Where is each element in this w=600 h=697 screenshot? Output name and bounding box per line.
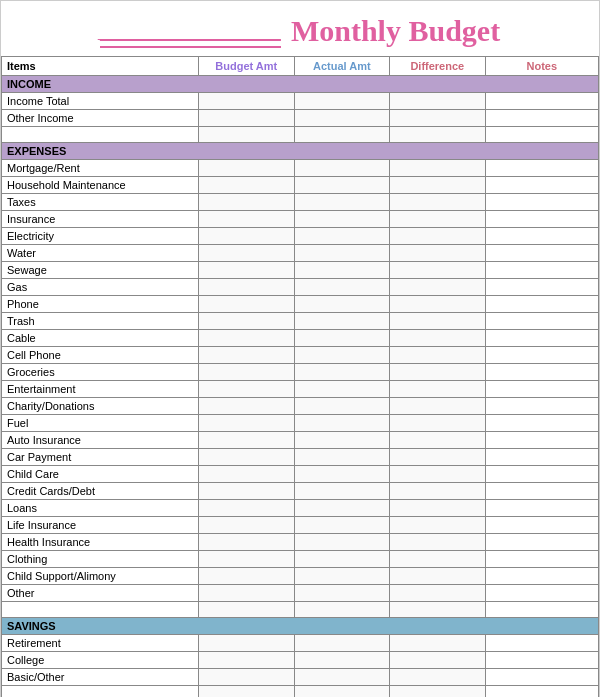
- income-total-diff[interactable]: [390, 93, 486, 110]
- table-row: Cable: [2, 330, 599, 347]
- income-label: INCOME: [2, 76, 599, 93]
- col-header-budget: Budget Amt: [199, 57, 295, 76]
- table-row: Cell Phone: [2, 347, 599, 364]
- expense-mortgage-label: Mortgage/Rent: [2, 160, 199, 177]
- other-income-label: Other Income: [2, 110, 199, 127]
- table-row: College: [2, 652, 599, 669]
- table-row: [2, 602, 599, 618]
- table-row: Gas: [2, 279, 599, 296]
- expense-cable-label: Cable: [2, 330, 199, 347]
- income-blank-budget[interactable]: [199, 127, 295, 143]
- savings-blank-label: [2, 686, 199, 698]
- page: ___________ Monthly Budget Items Budget …: [0, 0, 600, 697]
- expense-childsupport-label: Child Support/Alimony: [2, 568, 199, 585]
- table-row: [2, 686, 599, 698]
- expense-trash-label: Trash: [2, 313, 199, 330]
- expense-fuel-label: Fuel: [2, 415, 199, 432]
- table-row: Income Total: [2, 93, 599, 110]
- table-row: Loans: [2, 500, 599, 517]
- table-row: Credit Cards/Debt: [2, 483, 599, 500]
- expense-groceries-label: Groceries: [2, 364, 199, 381]
- col-header-difference: Difference: [390, 57, 486, 76]
- savings-college-label: College: [2, 652, 199, 669]
- page-title: Monthly Budget: [291, 14, 500, 48]
- table-row: Child Support/Alimony: [2, 568, 599, 585]
- table-row: Basic/Other: [2, 669, 599, 686]
- savings-basic-label: Basic/Other: [2, 669, 199, 686]
- other-income-budget[interactable]: [199, 110, 295, 127]
- expense-lifeinsurance-label: Life Insurance: [2, 517, 199, 534]
- column-headers: Items Budget Amt Actual Amt Difference N…: [2, 57, 599, 76]
- col-header-actual: Actual Amt: [294, 57, 390, 76]
- expense-healthinsurance-label: Health Insurance: [2, 534, 199, 551]
- header: ___________ Monthly Budget: [1, 1, 599, 56]
- table-row: Mortgage/Rent: [2, 160, 599, 177]
- expense-sewage-label: Sewage: [2, 262, 199, 279]
- savings-label: SAVINGS: [2, 618, 599, 635]
- expense-clothing-label: Clothing: [2, 551, 199, 568]
- expense-insurance-label: Insurance: [2, 211, 199, 228]
- table-row: Other: [2, 585, 599, 602]
- col-header-notes: Notes: [485, 57, 598, 76]
- table-row: Health Insurance: [2, 534, 599, 551]
- table-row: Entertainment: [2, 381, 599, 398]
- expenses-section-header: EXPENSES: [2, 143, 599, 160]
- expense-loans-label: Loans: [2, 500, 199, 517]
- table-row: Retirement: [2, 635, 599, 652]
- table-row: Groceries: [2, 364, 599, 381]
- expense-cellphone-label: Cell Phone: [2, 347, 199, 364]
- expense-carpayment-label: Car Payment: [2, 449, 199, 466]
- income-blank-diff[interactable]: [390, 127, 486, 143]
- income-total-notes[interactable]: [485, 93, 598, 110]
- table-row: Life Insurance: [2, 517, 599, 534]
- table-row: Taxes: [2, 194, 599, 211]
- income-blank-notes[interactable]: [485, 127, 598, 143]
- table-row: Phone: [2, 296, 599, 313]
- table-row: Fuel: [2, 415, 599, 432]
- income-section-header: INCOME: [2, 76, 599, 93]
- expense-water-label: Water: [2, 245, 199, 262]
- income-total-actual[interactable]: [294, 93, 390, 110]
- table-row: Electricity: [2, 228, 599, 245]
- savings-retirement-label: Retirement: [2, 635, 199, 652]
- table-row: Clothing: [2, 551, 599, 568]
- expense-phone-label: Phone: [2, 296, 199, 313]
- income-total-label: Income Total: [2, 93, 199, 110]
- name-field: ___________: [100, 13, 281, 48]
- other-income-notes[interactable]: [485, 110, 598, 127]
- income-total-budget[interactable]: [199, 93, 295, 110]
- expense-gas-label: Gas: [2, 279, 199, 296]
- table-row: Other Income: [2, 110, 599, 127]
- table-row: Household Maintenance: [2, 177, 599, 194]
- expense-electricity-label: Electricity: [2, 228, 199, 245]
- savings-section-header: SAVINGS: [2, 618, 599, 635]
- expense-childcare-label: Child Care: [2, 466, 199, 483]
- table-row: Trash: [2, 313, 599, 330]
- expense-creditcards-label: Credit Cards/Debt: [2, 483, 199, 500]
- col-header-items: Items: [2, 57, 199, 76]
- table-row: Charity/Donations: [2, 398, 599, 415]
- other-income-diff[interactable]: [390, 110, 486, 127]
- table-row: [2, 127, 599, 143]
- budget-table: Items Budget Amt Actual Amt Difference N…: [1, 56, 599, 697]
- expense-entertainment-label: Entertainment: [2, 381, 199, 398]
- table-row: Water: [2, 245, 599, 262]
- table-row: Car Payment: [2, 449, 599, 466]
- table-row: Child Care: [2, 466, 599, 483]
- income-blank-label: [2, 127, 199, 143]
- expense-autoinsurance-label: Auto Insurance: [2, 432, 199, 449]
- other-income-actual[interactable]: [294, 110, 390, 127]
- expense-blank-label: [2, 602, 199, 618]
- expense-charity-label: Charity/Donations: [2, 398, 199, 415]
- expense-other-label: Other: [2, 585, 199, 602]
- expense-household-label: Household Maintenance: [2, 177, 199, 194]
- table-row: Insurance: [2, 211, 599, 228]
- table-row: Auto Insurance: [2, 432, 599, 449]
- expenses-label: EXPENSES: [2, 143, 599, 160]
- expense-taxes-label: Taxes: [2, 194, 199, 211]
- income-blank-actual[interactable]: [294, 127, 390, 143]
- table-row: Sewage: [2, 262, 599, 279]
